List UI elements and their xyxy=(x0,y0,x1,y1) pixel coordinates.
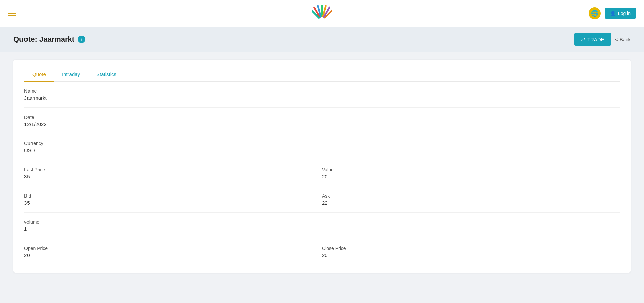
currency-value: USD xyxy=(24,147,620,153)
open-close-row: Open Price 20 Close Price 20 xyxy=(24,246,620,258)
page-actions: ⇄ TRADE < Back xyxy=(574,33,631,46)
bid-col: Bid 35 xyxy=(24,193,322,206)
last-price-col: Last Price 35 xyxy=(24,167,322,179)
date-label: Date xyxy=(24,115,620,120)
volume-value: 1 xyxy=(24,226,620,232)
header-right: 🌐 👤 Log in xyxy=(589,7,636,19)
header-left xyxy=(8,11,16,16)
volume-section: volume 1 xyxy=(24,213,620,239)
bid-ask-row: Bid 35 Ask 22 xyxy=(24,193,620,206)
trade-button[interactable]: ⇄ TRADE xyxy=(574,33,611,46)
back-button[interactable]: < Back xyxy=(615,37,631,42)
login-button[interactable]: 👤 Log in xyxy=(605,8,636,19)
name-section: Name Jaarmarkt xyxy=(24,82,620,108)
user-icon: 👤 xyxy=(610,11,616,16)
close-price-value: 20 xyxy=(322,252,620,258)
last-price-section: Last Price 35 Value 20 xyxy=(24,160,620,186)
page-title: Quote: Jaarmarkt xyxy=(13,35,74,44)
login-label: Log in xyxy=(618,11,631,16)
back-label: < Back xyxy=(615,37,631,42)
globe-icon: 🌐 xyxy=(591,10,598,17)
close-price-col: Close Price 20 xyxy=(322,246,620,258)
trade-label: TRADE xyxy=(587,37,604,42)
open-price-value: 20 xyxy=(24,252,322,258)
last-price-label: Last Price xyxy=(24,167,322,172)
name-label: Name xyxy=(24,88,620,94)
header-center xyxy=(312,3,332,24)
value-col: Value 20 xyxy=(322,167,620,179)
date-value: 12/1/2022 xyxy=(24,121,620,127)
logo-graphic xyxy=(312,3,332,24)
tab-quote[interactable]: Quote xyxy=(24,68,54,82)
tab-intraday[interactable]: Intraday xyxy=(54,68,88,82)
value-value: 20 xyxy=(322,174,620,179)
open-price-col: Open Price 20 xyxy=(24,246,322,258)
ask-value: 22 xyxy=(322,200,620,206)
tabs: Quote Intraday Statistics xyxy=(24,68,620,82)
currency-section: Currency USD xyxy=(24,134,620,160)
tab-statistics[interactable]: Statistics xyxy=(88,68,124,82)
menu-icon[interactable] xyxy=(8,11,16,16)
main-content: Quote Intraday Statistics Name Jaarmarkt… xyxy=(0,52,644,281)
globe-button[interactable]: 🌐 xyxy=(589,7,601,19)
value-label: Value xyxy=(322,167,620,172)
volume-label: volume xyxy=(24,219,620,225)
bid-ask-section: Bid 35 Ask 22 xyxy=(24,186,620,213)
ask-col: Ask 22 xyxy=(322,193,620,206)
page-title-area: Quote: Jaarmarkt i xyxy=(13,35,85,44)
date-section: Date 12/1/2022 xyxy=(24,108,620,134)
close-price-label: Close Price xyxy=(322,246,620,251)
bid-label: Bid xyxy=(24,193,322,199)
info-icon[interactable]: i xyxy=(78,36,85,43)
logo xyxy=(312,3,332,24)
quote-card: Quote Intraday Statistics Name Jaarmarkt… xyxy=(13,60,631,273)
last-price-value: 35 xyxy=(24,174,322,179)
trade-icon: ⇄ xyxy=(581,36,585,42)
currency-label: Currency xyxy=(24,141,620,146)
open-close-section: Open Price 20 Close Price 20 xyxy=(24,239,620,265)
page-header: Quote: Jaarmarkt i ⇄ TRADE < Back xyxy=(0,27,644,52)
open-price-label: Open Price xyxy=(24,246,322,251)
name-value: Jaarmarkt xyxy=(24,95,620,101)
main-header: 🌐 👤 Log in xyxy=(0,0,644,27)
last-price-row: Last Price 35 Value 20 xyxy=(24,167,620,179)
ask-label: Ask xyxy=(322,193,620,199)
bid-value: 35 xyxy=(24,200,322,206)
